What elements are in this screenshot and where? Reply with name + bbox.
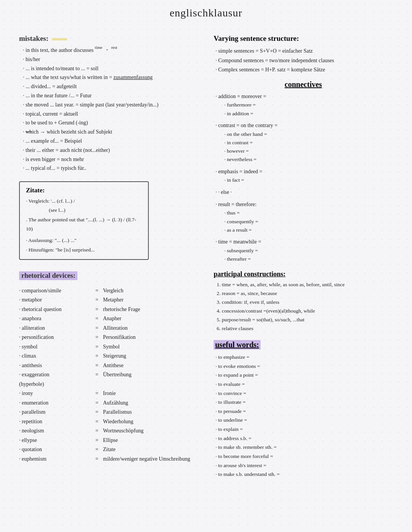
rhetorical-row: · antithesis = Antithese <box>19 361 198 371</box>
rhetorical-row: · enumeration = Aufzählung <box>19 398 198 408</box>
mistake-item-1: in this text, the author discusses time … <box>19 46 198 55</box>
rhetorical-row: · exaggeration(hyperbole) = Übertreibung <box>19 370 198 389</box>
useful-item-1: to emphasize = <box>214 353 393 362</box>
rhetorical-row: · parallelism = Parallelismus <box>19 408 198 417</box>
rhetorical-row: · comparison/simile = Vergleich <box>19 286 198 296</box>
rhetorical-row: · alliteration = Alliteration <box>19 324 198 333</box>
useful-item-5: to convince = <box>214 389 393 398</box>
useful-section: useful words: to emphasize = to evoke em… <box>214 340 393 479</box>
mistake-item-8: topical, current = aktuell <box>19 110 198 119</box>
page-title: englischklausur <box>170 7 243 19</box>
connective-emphasis-sub1: · in fact = <box>214 176 393 184</box>
participal-item-6: 6. relative clauses <box>214 324 393 333</box>
useful-item-6: to illustrate = <box>214 398 393 407</box>
connective-contrast-sub4: · nevertheless = <box>214 155 393 164</box>
zitate-title: Zitate: <box>26 187 142 194</box>
mistake-item-14: ... typical of... = typisch für.. <box>19 164 198 173</box>
connective-time-sub1: · subsequently = <box>214 247 393 255</box>
mistake-item-9: to be used to + Gerund (-ing) <box>19 118 198 127</box>
mistakes-section: mistakes: in this text, the author discu… <box>19 34 198 173</box>
rhetorical-row: · quotation = Zitate <box>19 445 198 455</box>
varying-title: Varying sentence structure: <box>214 34 393 43</box>
rhetorical-row: · repetition = Wiederholung <box>19 417 198 427</box>
mistake-item-3: ... is intended to/meant to ... = soll <box>19 64 198 73</box>
connective-time: time = meanwhile = · subsequently = · th… <box>214 237 393 263</box>
useful-item-8: to underline = <box>214 416 393 425</box>
mistake-item-6: ... in the near future /... = Futur <box>19 91 198 100</box>
rhetorical-section: rhetorical devices: · comparison/simile … <box>19 271 198 464</box>
participal-item-2: 2. reason = as, since, because <box>214 289 393 298</box>
rhetorical-row: · rhetorical question = rhetorische Frag… <box>19 305 198 314</box>
rhetorical-title: rhetorical devices: <box>19 271 77 280</box>
participal-title: participal constructions: <box>214 270 286 278</box>
useful-item-4: to evaluate = <box>214 380 393 389</box>
connective-contrast-sub2: · in contrast = <box>214 139 393 147</box>
rhetorical-row: · irony = Ironie <box>19 389 198 398</box>
rhetorical-table: · comparison/simile = Vergleich · metaph… <box>19 286 198 464</box>
connective-contrast-sub1: · on the other hand = <box>214 130 393 139</box>
rhetorical-row: · euphemism = mildere/weniger negative U… <box>19 455 198 464</box>
connective-addition-main: addition = moreover = <box>214 92 393 101</box>
useful-item-3: to expand a point = <box>214 371 393 380</box>
zitate-line-1: · Vergleich: '... (cf. l...) / <box>26 197 142 206</box>
mistakes-title: mistakes: <box>19 34 198 43</box>
rhetorical-row: · metaphor = Metapher <box>19 295 198 305</box>
connective-addition-sub2: · in addition = <box>214 110 393 118</box>
useful-title: useful words: <box>214 340 261 350</box>
connective-result-sub3: · as a result = <box>214 226 393 234</box>
useful-item-7: to persuade = <box>214 407 393 416</box>
rhetorical-row: · neologism = Wortneuschöpfung <box>19 426 198 436</box>
connective-contrast: contrast = on the contrary = · on the ot… <box>214 121 393 164</box>
mistake-item-5: ... divided... = aufgeteilt <box>19 82 198 91</box>
connective-time-main: time = meanwhile = <box>214 237 393 247</box>
useful-item-11: to make sb. remember sth. = <box>214 443 393 452</box>
mistake-item-2: his/her <box>19 55 198 64</box>
connective-result-main: result = therefore: <box>214 200 393 209</box>
zitate-line-4: · Auslassung: "... (...) ..." <box>26 236 142 245</box>
connectives-section: connectives addition = moreover = · furt… <box>214 80 393 264</box>
connective-result-sub2: · consequently = <box>214 218 393 226</box>
useful-item-10: to address s.b. = <box>214 434 393 443</box>
connectives-title: connectives <box>214 80 393 89</box>
rhetorical-row: · anaphora = Anapher <box>19 314 198 324</box>
zitate-line-5: · Hinzufügen: "he [is] surprised... <box>26 245 142 255</box>
sentence-type-compound: Compound sentences = two/more independen… <box>214 56 393 66</box>
varying-section: Varying sentence structure: simple sente… <box>214 34 393 75</box>
connective-contrast-main: contrast = on the contrary = <box>214 121 393 130</box>
zitate-line-2: (see l...) <box>26 206 142 215</box>
rhetorical-row: · ellypse = Ellipse <box>19 436 198 445</box>
connective-result: result = therefore: · thus = · consequen… <box>214 200 393 235</box>
zitate-box: Zitate: · Vergleich: '... (cf. l...) / (… <box>19 181 149 260</box>
rhetorical-term: · comparison/simile <box>19 286 95 296</box>
participal-item-4: 4. concession/contrast =(even)(al)though… <box>214 307 393 316</box>
connective-result-sub1: · thus = <box>214 209 393 217</box>
sentence-type-simple: simple sentences = S+V+O = einfacher Sat… <box>214 47 393 56</box>
participal-section: participal constructions: 1. time = when… <box>214 270 393 333</box>
connective-addition-sub1: · furthermore = <box>214 101 393 109</box>
mistake-item-13: is even bigger = noch mehr <box>19 155 198 164</box>
connective-emphasis-main: emphasis = indeed = <box>214 167 393 176</box>
connective-time-sub2: · thereafter = <box>214 255 393 263</box>
useful-item-2: to evoke emotions = <box>214 362 393 371</box>
rhetorical-row: · personification = Personifikation <box>19 333 198 342</box>
useful-item-14: to make s.b. understand sth. = <box>214 470 393 479</box>
participal-item-5: 5. purpose/result = so(that), so/such, .… <box>214 316 393 324</box>
mistake-item-11: ... example of... = Beispiel <box>19 137 198 146</box>
connective-else: · else · <box>214 188 393 197</box>
page: englischklausur mistakes: in this text, … <box>0 0 412 532</box>
useful-item-12: to become more forceful = <box>214 452 393 461</box>
left-column: mistakes: in this text, the author discu… <box>8 8 206 524</box>
useful-item-13: to arouse sb's interest = <box>214 461 393 470</box>
participal-item-1: 1. time = when, as, after, while, as soo… <box>214 281 393 289</box>
mistake-item-4: ... what the text says/what is written i… <box>19 73 198 82</box>
zitate-line-3: . The author pointed out that "....(l. .… <box>26 215 142 234</box>
right-column: Varying sentence structure: simple sente… <box>206 8 404 524</box>
useful-item-9: to explain = <box>214 425 393 434</box>
connective-else-main: · else · <box>214 188 393 197</box>
connective-addition: addition = moreover = · furthermore = · … <box>214 92 393 118</box>
mistakes-label: mistakes: <box>19 34 48 42</box>
connective-contrast-sub3: · however = <box>214 147 393 155</box>
rhetorical-row: · climax = Steigerung <box>19 351 198 361</box>
rhetorical-row: · symbol = Symbol <box>19 342 198 352</box>
mistake-item-7: she moved ... last year. = simple past (… <box>19 100 198 110</box>
